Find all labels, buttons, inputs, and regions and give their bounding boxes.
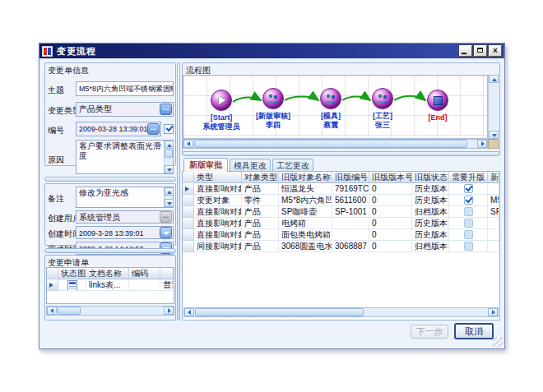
upgrade-checkbox[interactable] [464, 230, 473, 239]
table-row[interactable]: 直接影响对象 产品 面包类电烤箱 0 历史版本 [183, 229, 499, 241]
upgrade-checkbox[interactable] [464, 184, 473, 193]
scroll-right-icon[interactable] [488, 308, 498, 316]
request-col-docname[interactable]: 文档名称 [86, 268, 129, 279]
scroll-down-icon[interactable] [165, 165, 174, 173]
remark-label: 备注 [48, 193, 64, 205]
col-old-status[interactable]: 旧版状态 [412, 172, 449, 183]
reason-label: 原因 [48, 154, 64, 166]
panel-vertical-splitter[interactable] [177, 62, 180, 321]
cell-old-ver: 0 [369, 183, 412, 195]
col-type[interactable]: 类型 [194, 172, 242, 183]
scroll-right-icon[interactable] [477, 140, 487, 148]
cell-old-status: 历史版本 [412, 183, 449, 195]
request-header-indicator [47, 268, 58, 279]
tab-mold-change[interactable]: 模具更改 [230, 159, 271, 172]
cell-old-name: 恒温龙头 [279, 183, 332, 195]
scrollbar-corner [488, 139, 499, 149]
flow-node-mold[interactable] [320, 88, 341, 109]
scroll-down-icon[interactable] [165, 199, 174, 207]
col-new[interactable]: 新版 [488, 172, 499, 183]
request-row[interactable]: links表... 普通 [47, 279, 174, 291]
scroll-thumb[interactable] [165, 150, 173, 158]
next-button[interactable]: 下一步 [411, 325, 448, 339]
scroll-thumb[interactable] [195, 308, 364, 316]
request-col-extra[interactable] [160, 268, 174, 279]
titlebar[interactable]: 变更流程 × [39, 44, 504, 58]
left-splitter-2[interactable] [44, 248, 176, 253]
cell-old-name: M5*8内六角凹... [279, 195, 332, 206]
scroll-left-icon[interactable] [184, 308, 194, 316]
request-col-code[interactable]: 编码 [129, 268, 160, 279]
minimize-button[interactable] [459, 45, 472, 57]
cell-old-ver: 0 [369, 218, 412, 229]
tab-new-version-approval[interactable]: 新版审批 [183, 158, 228, 172]
cell-old-status: 归档版本 [412, 241, 449, 252]
request-cell-extra: 普通 [160, 279, 174, 291]
table-row[interactable]: 直接影响对象 产品 电烤箱 0 历史版本 [183, 218, 499, 229]
left-splitter-1[interactable] [44, 177, 176, 182]
upgrade-checkbox[interactable] [464, 196, 473, 205]
flow-canvas[interactable]: [Start] 系统管理员 [新版审核] 李四 [模具] 蔡震 [工艺] 张三 … [183, 75, 488, 139]
reason-scrollbar[interactable] [164, 141, 173, 173]
remark-scrollbar[interactable] [164, 187, 173, 207]
row-indicator [183, 241, 194, 252]
subject-input[interactable]: M5*8内六角凹端不锈钢紧固螺钉 [76, 81, 174, 96]
col-old-name[interactable]: 旧版对象名称 [279, 172, 332, 183]
col-old-no[interactable]: 旧版编号 [332, 172, 369, 183]
flow-node-end[interactable] [427, 90, 448, 111]
scroll-right-icon[interactable] [164, 307, 174, 315]
flow-node-process[interactable] [372, 88, 393, 109]
cell-upgrade [449, 206, 488, 218]
impact-grid-hscrollbar[interactable] [183, 307, 499, 317]
cancel-button[interactable]: 取消 [454, 323, 494, 339]
table-row[interactable]: 变更对象 零件 M5*8内六角凹... 5611600 0 历史版本 M5*8 [183, 195, 499, 206]
people-icon [376, 94, 389, 104]
request-col-status[interactable]: 状态图 [58, 268, 86, 279]
cell-new-name [488, 241, 499, 252]
end-icon [434, 96, 443, 105]
cell-old-status: 历史版本 [412, 195, 449, 206]
cell-upgrade [449, 241, 488, 252]
scroll-up-icon[interactable] [489, 75, 499, 83]
cell-obj-type: 零件 [242, 195, 279, 206]
scroll-left-icon[interactable] [183, 140, 193, 148]
col-upgrade[interactable]: 需要升版 [449, 172, 488, 183]
upgrade-checkbox[interactable] [464, 219, 473, 228]
col-obj-type[interactable]: 对象类型 [242, 172, 279, 183]
change-type-browse-button[interactable]: ... [160, 104, 172, 115]
create-time-dropdown-button[interactable] [160, 227, 172, 238]
minimize-icon [462, 53, 466, 54]
flow-node-review[interactable] [262, 88, 284, 109]
scroll-down-icon[interactable] [489, 131, 499, 139]
number-checkbox[interactable] [164, 124, 174, 134]
cell-old-ver: 0 [369, 206, 412, 218]
flow-node-start[interactable] [211, 90, 232, 111]
close-button[interactable]: × [489, 45, 502, 57]
upgrade-checkbox[interactable] [464, 207, 473, 216]
reason-textarea[interactable]: 客户要求调整表面光滑度 [76, 140, 174, 174]
row-indicator [47, 279, 58, 291]
right-splitter[interactable] [182, 151, 500, 156]
scroll-up-icon[interactable] [165, 141, 174, 149]
table-row[interactable]: 直接影响对象 产品 SP咖啡壶 SP-1001 0 归档版本 SP咖 [183, 206, 499, 218]
maximize-button[interactable] [474, 45, 487, 57]
scroll-thumb[interactable] [58, 307, 81, 315]
flow-hscrollbar[interactable] [183, 139, 488, 149]
close-icon: × [490, 45, 501, 56]
table-row[interactable]: 直接影响对象 产品 恒温龙头 79169TC 0 历史版本 [183, 183, 499, 195]
scroll-left-icon[interactable] [47, 307, 57, 315]
cell-old-name: SP咖啡壶 [279, 206, 332, 218]
word-doc-icon [67, 280, 77, 291]
col-old-ver[interactable]: 旧版版本号 [369, 172, 412, 183]
upgrade-checkbox[interactable] [464, 242, 473, 251]
request-grid-hscrollbar[interactable] [46, 306, 174, 316]
flow-vscrollbar[interactable] [488, 75, 499, 139]
scroll-thumb[interactable] [194, 140, 467, 148]
resize-grip-icon[interactable] [493, 337, 503, 347]
number-browse-button[interactable]: ... [147, 123, 160, 135]
tab-process-change[interactable]: 工艺更改 [272, 159, 313, 172]
scroll-up-icon[interactable] [165, 187, 174, 196]
table-row[interactable]: 间接影响对象 产品 3068圆盖电水壶 3068887 0 归档版本 [183, 241, 499, 252]
creator-browse-button[interactable]: ... [160, 211, 172, 223]
remark-textarea[interactable]: 修改为亚光感 [76, 187, 174, 208]
